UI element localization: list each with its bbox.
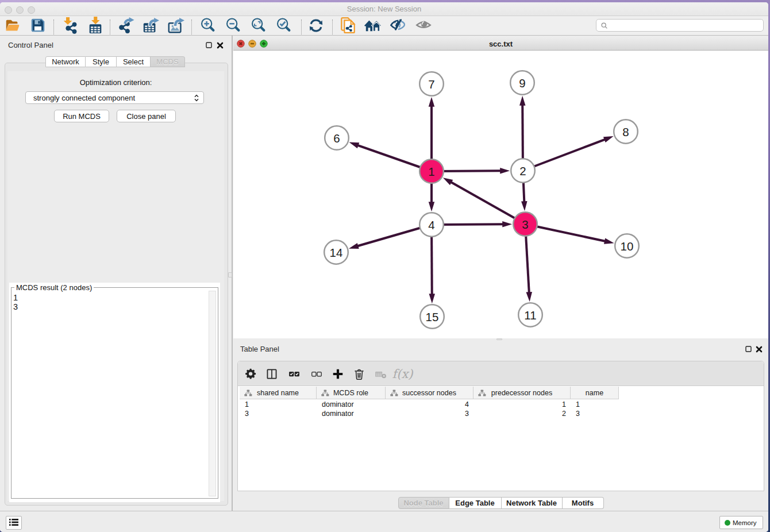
search-input[interactable] bbox=[611, 20, 760, 30]
node-label-3: 3 bbox=[522, 218, 528, 231]
node-label-10: 10 bbox=[621, 240, 634, 253]
column-header-successor-nodes[interactable]: successor nodes bbox=[386, 387, 473, 399]
zoom-fit-button[interactable] bbox=[249, 17, 268, 34]
zoom-selected-button[interactable] bbox=[275, 17, 293, 34]
control-panel-close-button[interactable] bbox=[216, 41, 224, 49]
edge-3-1[interactable] bbox=[451, 182, 525, 224]
edge-arrow-3-1 bbox=[443, 178, 453, 185]
chevrons-icon bbox=[194, 94, 199, 102]
export-table-button[interactable] bbox=[141, 17, 160, 34]
close-panel-button[interactable]: Close panel bbox=[117, 110, 176, 122]
save-session-button[interactable] bbox=[29, 17, 47, 34]
vertical-splitter-grip[interactable] bbox=[228, 272, 232, 277]
cell-r0-c4[interactable]: 1 bbox=[576, 400, 619, 410]
node-label-7: 7 bbox=[428, 78, 434, 91]
home-button[interactable] bbox=[364, 17, 382, 34]
export-image-button[interactable] bbox=[167, 17, 185, 34]
cell-r1-c3[interactable]: 2 bbox=[473, 410, 566, 419]
cell-r0-c1[interactable]: dominator bbox=[322, 400, 386, 410]
cell-r0-c3[interactable]: 1 bbox=[473, 400, 566, 410]
show-all-button[interactable] bbox=[414, 17, 433, 34]
column-header-MCDS-role[interactable]: MCDS role bbox=[317, 387, 386, 399]
network-canvas[interactable]: 1234678910111415 bbox=[234, 51, 768, 338]
table-tab-network-table[interactable]: Network Table bbox=[502, 497, 563, 509]
table-container: shared nameMCDS rolesuccessor nodesprede… bbox=[237, 361, 764, 491]
mcds-result-text[interactable]: 13 bbox=[13, 293, 208, 496]
network-from-selection-button[interactable] bbox=[338, 17, 357, 34]
table-panel-float-button[interactable] bbox=[745, 345, 753, 353]
task-history-button[interactable] bbox=[6, 516, 22, 530]
add-column-button[interactable] bbox=[329, 365, 346, 383]
delete-column-button[interactable] bbox=[351, 365, 368, 383]
column-header-shared-name[interactable]: shared name bbox=[240, 387, 317, 399]
cell-r0-c2[interactable]: 4 bbox=[386, 400, 469, 410]
edge-arrow-2-9 bbox=[519, 96, 525, 106]
toolbar-separator bbox=[191, 20, 192, 34]
node-label-11: 11 bbox=[524, 309, 536, 322]
run-mcds-button[interactable]: Run MCDS bbox=[54, 110, 109, 122]
control-tab-mcds[interactable]: MCDS bbox=[151, 56, 185, 67]
table-tab-edge-table[interactable]: Edge Table bbox=[449, 497, 502, 509]
mcds-result-fieldset: MCDS result (2 nodes) 13 bbox=[11, 287, 218, 499]
control-panel: Control Panel NetworkStyleSelectMCDS Opt… bbox=[0, 36, 233, 511]
toolbar-separator bbox=[332, 20, 333, 34]
cell-r1-c4[interactable]: 3 bbox=[576, 410, 619, 419]
control-tab-select[interactable]: Select bbox=[117, 56, 151, 67]
table-tab-node-table[interactable]: Node Table bbox=[398, 497, 449, 509]
export-image-icon bbox=[167, 17, 184, 34]
select-all-button[interactable] bbox=[284, 365, 304, 383]
search-box[interactable] bbox=[596, 19, 764, 32]
show-all-icon bbox=[415, 17, 432, 34]
table-tabs: Node TableEdge TableNetwork TableMotifs bbox=[233, 497, 768, 509]
criterion-select[interactable]: strongly connected component bbox=[25, 91, 204, 104]
export-network-button[interactable] bbox=[117, 17, 136, 34]
column-header-predecessor-nodes[interactable]: predecessor nodes bbox=[473, 387, 571, 399]
zoom-out-button[interactable] bbox=[224, 17, 242, 34]
memory-label: Memory bbox=[733, 519, 757, 526]
import-table-button[interactable] bbox=[86, 17, 105, 34]
column-label: predecessor nodes bbox=[473, 389, 570, 397]
refresh-button[interactable] bbox=[307, 17, 325, 34]
function-builder-button[interactable] bbox=[390, 365, 415, 383]
table-tab-motifs[interactable]: Motifs bbox=[563, 497, 604, 509]
control-panel-float-button[interactable] bbox=[205, 41, 213, 49]
criterion-value: strongly connected component bbox=[33, 94, 135, 102]
hide-selected-button[interactable] bbox=[388, 17, 407, 34]
edge-arrow-2-3 bbox=[521, 201, 527, 211]
gear-button[interactable] bbox=[242, 365, 259, 383]
delete-table-button[interactable] bbox=[372, 365, 390, 383]
zoom-in-button[interactable] bbox=[199, 17, 217, 34]
toolbar-separator bbox=[110, 20, 110, 34]
split-view-button[interactable] bbox=[263, 365, 280, 383]
column-label: shared name bbox=[240, 389, 316, 397]
deselect-all-button[interactable] bbox=[307, 365, 326, 383]
mcds-result-legend: MCDS result (2 nodes) bbox=[14, 283, 94, 292]
mcds-result-scrollbar[interactable] bbox=[209, 291, 216, 496]
edge-2-8[interactable] bbox=[523, 139, 606, 171]
cell-r1-c0[interactable]: 3 bbox=[245, 410, 317, 419]
network-window: scc.txt 1234678910111415 bbox=[233, 37, 768, 338]
search-icon bbox=[600, 22, 609, 30]
node-label-9: 9 bbox=[519, 76, 525, 90]
cell-r1-c1[interactable]: dominator bbox=[322, 410, 386, 419]
cell-r0-c0[interactable]: 1 bbox=[245, 400, 317, 410]
open-session-button[interactable] bbox=[3, 17, 22, 34]
memory-button[interactable]: Memory bbox=[719, 516, 763, 529]
control-tab-style[interactable]: Style bbox=[86, 56, 117, 67]
column-label: name bbox=[571, 389, 618, 397]
edge-arrow-4-15 bbox=[429, 294, 435, 303]
import-network-button[interactable] bbox=[61, 17, 79, 34]
app-window: Session: New Session Control Panel Netwo… bbox=[0, 2, 768, 532]
gear-icon bbox=[244, 366, 257, 382]
horizontal-splitter-grip[interactable] bbox=[496, 338, 502, 340]
table-panel-close-button[interactable] bbox=[755, 345, 763, 353]
mcds-result-box: MCDS result (2 nodes) 13 bbox=[9, 283, 220, 502]
cell-r1-c2[interactable]: 3 bbox=[386, 410, 469, 419]
table-panel: Table Panel shared nameMCDS rolesuccesso… bbox=[233, 341, 768, 511]
column-header-name[interactable]: name bbox=[571, 387, 619, 399]
node-label-14: 14 bbox=[330, 246, 343, 259]
function-builder-icon bbox=[391, 366, 414, 382]
control-panel-tabs: NetworkStyleSelectMCDS bbox=[45, 56, 185, 67]
control-panel-title: Control Panel bbox=[8, 41, 53, 49]
control-tab-network[interactable]: Network bbox=[45, 56, 86, 67]
